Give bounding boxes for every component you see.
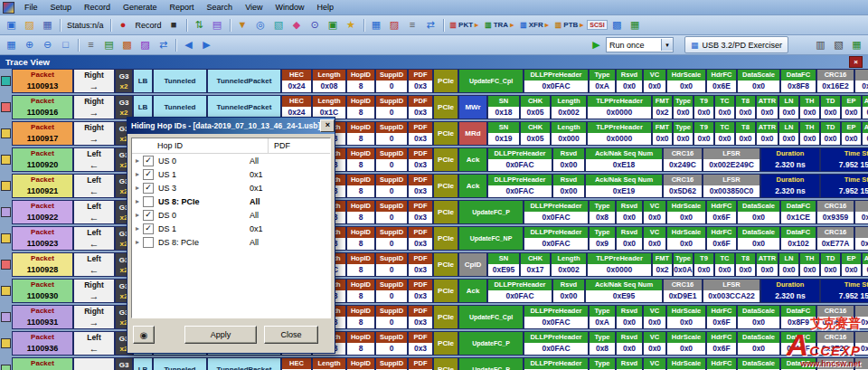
field-pdf[interactable]: PDF0x3 bbox=[408, 305, 433, 329]
field-fmt[interactable]: FMT0x2 bbox=[652, 252, 673, 277]
pkt-button[interactable]: ▥PKT▸ bbox=[448, 21, 482, 29]
combo-arrow-icon[interactable]: ▾ bbox=[661, 39, 673, 51]
field-rsvd[interactable]: Rsvd0x0 bbox=[616, 200, 643, 224]
field-ack-nak-seq-num[interactable]: Ack/Nak Seq Num0xE19 bbox=[585, 174, 663, 198]
menu-view[interactable]: View bbox=[239, 2, 269, 13]
direction-cell[interactable]: Left← bbox=[73, 226, 115, 251]
field-rsvd[interactable]: Rsvd0x0 bbox=[616, 69, 643, 93]
badge-updatefc_cpl[interactable]: UpdateFC_Cpl bbox=[458, 69, 524, 93]
field-datafc[interactable]: DataFC0x102 bbox=[780, 226, 816, 251]
tra-button[interactable]: ▥TRA▸ bbox=[482, 21, 516, 29]
hop-row[interactable]: ▸✓DS 10x1 bbox=[132, 222, 330, 235]
field-time-stamp[interactable]: Time Stamp7.952 153 504 bbox=[820, 147, 868, 172]
field-hec[interactable]: HEC0x24 bbox=[281, 95, 312, 119]
field-vc[interactable]: VC0x0 bbox=[643, 69, 666, 93]
field-lfsr[interactable]: LFSR0x00313224 bbox=[854, 69, 868, 93]
field-lfsr[interactable]: LFSR0x003CCA22 bbox=[703, 279, 760, 303]
hop-checkbox[interactable]: ✓ bbox=[143, 183, 154, 194]
field-hdrscale[interactable]: HdrScale bbox=[666, 357, 706, 370]
row-expander-icon[interactable]: ▸ bbox=[132, 184, 143, 192]
packet-row[interactable]: PacketG3x2LBTunneledTunneledPacketHEC0x2… bbox=[0, 357, 868, 370]
badge-updatefc_np[interactable]: UpdateFC_NP bbox=[458, 226, 524, 251]
field-attr[interactable]: ATTR0x0 bbox=[756, 252, 778, 277]
packet-cell[interactable]: Packet1100923 bbox=[12, 226, 73, 251]
field-fmt[interactable]: FMT0x0 bbox=[652, 121, 673, 146]
row-expander-icon[interactable]: ▸ bbox=[132, 157, 143, 165]
field-duration[interactable]: Duration2.320 ns bbox=[760, 279, 820, 303]
badge-tunneledpacket[interactable]: TunneledPacket bbox=[207, 95, 281, 119]
zoom-fit-icon[interactable]: □ bbox=[57, 36, 74, 53]
filter-icon[interactable]: ▼ bbox=[234, 16, 251, 33]
field-dllppreheader[interactable]: DLLPPreHeader0x0FAC bbox=[487, 174, 552, 198]
field-length[interactable]: Length0x002 bbox=[551, 95, 587, 119]
field-hopid[interactable]: HopID8 bbox=[346, 279, 375, 303]
field-time-stamp[interactable]: Time Stamp7.952 154 304 bbox=[820, 279, 868, 303]
field-hdrfc[interactable]: HdrFC0x6F bbox=[706, 200, 737, 224]
field-hopid[interactable]: HopID8 bbox=[346, 95, 375, 119]
field-hopid[interactable]: HopID8 bbox=[346, 147, 375, 172]
row-expander-icon[interactable]: ▸ bbox=[132, 211, 143, 219]
field-lfsr[interactable]: LFSR0x00368C40 bbox=[854, 200, 868, 224]
marker-icon[interactable]: ◆ bbox=[288, 16, 306, 33]
field-hdrfc[interactable]: HdrFC0x6F bbox=[706, 331, 737, 356]
scsi-label[interactable]: SCSI bbox=[587, 20, 607, 30]
field-tlppreheader[interactable]: TLPPreHeader0x0000 bbox=[587, 121, 652, 146]
badge-ack[interactable]: Ack bbox=[458, 147, 487, 172]
direction-cell[interactable]: Right→ bbox=[73, 121, 115, 146]
field-tc[interactable]: TC0x0 bbox=[714, 252, 735, 277]
field-crc16[interactable]: CRC160xE77A bbox=[816, 226, 854, 251]
grid-icon[interactable]: ▦ bbox=[368, 16, 385, 33]
packet-cell[interactable]: Packet1100928 bbox=[12, 252, 73, 277]
field-ack-nak-seq-num[interactable]: Ack/Nak Seq Num0xE95 bbox=[585, 279, 663, 303]
field-attr[interactable]: ATTR0x0 bbox=[756, 121, 778, 146]
badge-pcie[interactable]: PCIe bbox=[433, 200, 458, 224]
field-hdrscale[interactable]: HdrScale0x0 bbox=[666, 331, 706, 356]
direction-cell[interactable]: Left← bbox=[73, 200, 115, 224]
field-chk[interactable]: CHK0x05 bbox=[520, 95, 551, 119]
exerciser-tab[interactable]: ▦USB 3.2/PD Exerciser bbox=[684, 36, 788, 53]
menu-setup[interactable]: Setup bbox=[44, 2, 79, 13]
field-tc[interactable]: TC0x0 bbox=[714, 121, 735, 146]
field-chk[interactable]: CHK0x05 bbox=[520, 121, 551, 146]
field-th[interactable]: TH0x0 bbox=[799, 95, 820, 119]
prev-icon[interactable]: ◀ bbox=[180, 36, 197, 53]
field-suppid[interactable]: SuppID0 bbox=[375, 226, 408, 251]
hop-row[interactable]: ▸✓US 10x1 bbox=[132, 167, 330, 181]
field-suppid[interactable]: SuppID0 bbox=[375, 357, 408, 370]
field-pdf[interactable]: PDF0x3 bbox=[408, 252, 433, 277]
field-dllppreheader[interactable]: DLLPPreHeader0x0FAC bbox=[524, 331, 589, 356]
field-attr[interactable]: ATTR0x0 bbox=[862, 95, 868, 119]
field-pdf[interactable]: PDF0x3 bbox=[408, 95, 433, 119]
field-vc[interactable]: VC0x0 bbox=[643, 305, 666, 329]
expand-icon[interactable]: ▦ bbox=[3, 36, 20, 53]
run-icon[interactable]: ▶ bbox=[588, 36, 605, 53]
badge-tunneled[interactable]: Tunneled bbox=[153, 357, 207, 370]
direction-cell[interactable]: Right→ bbox=[73, 69, 115, 93]
new-file-icon[interactable]: ▣ bbox=[3, 16, 20, 33]
open-icon[interactable]: ▨ bbox=[21, 16, 38, 33]
menu-window[interactable]: Window bbox=[269, 2, 311, 13]
field-ack-nak-seq-num[interactable]: Ack/Nak Seq Num0xE18 bbox=[585, 147, 663, 172]
field-type[interactable]: Type0x9 bbox=[589, 226, 616, 251]
field-pdf[interactable]: PDF0x3 bbox=[408, 121, 433, 146]
field-hopid[interactable]: HopID8 bbox=[346, 121, 375, 146]
direction-cell[interactable]: Left← bbox=[73, 252, 115, 277]
field-fmt[interactable]: FMT0x2 bbox=[652, 95, 673, 119]
direction-cell[interactable]: Right→ bbox=[73, 279, 115, 303]
field-datafc[interactable]: DataFC bbox=[780, 357, 816, 370]
badge-pcie[interactable]: PCIe bbox=[433, 252, 458, 277]
field-hopid[interactable]: HopID8 bbox=[346, 174, 375, 198]
field-dllppreheader[interactable]: DLLPPreHeader0x0FAC bbox=[524, 305, 589, 329]
row-expander-icon[interactable]: ▸ bbox=[132, 224, 143, 232]
hop-row[interactable]: ▸✓US 30x1 bbox=[132, 181, 330, 194]
field-pdf[interactable]: PDF0x3 bbox=[408, 174, 433, 198]
record-icon[interactable]: ● bbox=[115, 16, 132, 33]
badge-tunneled[interactable]: Tunneled bbox=[153, 69, 207, 93]
field-lfsr[interactable]: LFSR0x002E249C bbox=[703, 147, 760, 172]
field-sn[interactable]: SN0x19 bbox=[487, 121, 520, 146]
note-icon[interactable]: ▧ bbox=[270, 16, 288, 33]
field-suppid[interactable]: SuppID0 bbox=[375, 69, 408, 93]
field-length[interactable]: Length0x002 bbox=[551, 252, 587, 277]
field-tlppreheader[interactable]: TLPPreHeader0x0000 bbox=[587, 95, 652, 119]
field-sn[interactable]: SN0xE95 bbox=[487, 252, 520, 277]
